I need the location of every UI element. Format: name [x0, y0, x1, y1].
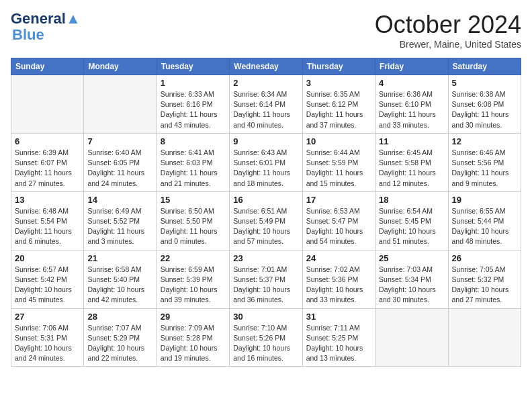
- day-number: 21: [87, 253, 152, 263]
- calendar-cell: 30Sunrise: 7:10 AMSunset: 5:26 PMDayligh…: [230, 308, 302, 367]
- day-info: Sunrise: 7:05 AMSunset: 5:32 PMDaylight:…: [452, 265, 517, 306]
- day-info: Sunrise: 7:06 AMSunset: 5:31 PMDaylight:…: [15, 323, 80, 364]
- calendar-cell: 11Sunrise: 6:45 AMSunset: 5:58 PMDayligh…: [375, 133, 448, 191]
- day-number: 3: [306, 78, 371, 88]
- day-info: Sunrise: 6:36 AMSunset: 6:10 PMDaylight:…: [379, 89, 444, 130]
- logo: General▲ Blue: [11, 11, 81, 43]
- calendar-cell: 17Sunrise: 6:53 AMSunset: 5:47 PMDayligh…: [302, 191, 375, 250]
- calendar-cell: 28Sunrise: 7:07 AMSunset: 5:29 PMDayligh…: [84, 308, 157, 367]
- weekday-header: Tuesday: [157, 58, 229, 75]
- day-number: 2: [233, 78, 298, 88]
- calendar-cell: [84, 75, 157, 134]
- day-number: 17: [306, 195, 371, 205]
- day-info: Sunrise: 6:48 AMSunset: 5:54 PMDaylight:…: [15, 206, 80, 247]
- calendar-cell: 8Sunrise: 6:41 AMSunset: 6:03 PMDaylight…: [157, 133, 229, 191]
- day-info: Sunrise: 6:38 AMSunset: 6:08 PMDaylight:…: [452, 89, 517, 130]
- day-info: Sunrise: 6:39 AMSunset: 6:07 PMDaylight:…: [15, 148, 80, 189]
- day-number: 13: [15, 195, 80, 205]
- calendar-cell: 5Sunrise: 6:38 AMSunset: 6:08 PMDaylight…: [448, 75, 521, 134]
- calendar-cell: 26Sunrise: 7:05 AMSunset: 5:32 PMDayligh…: [448, 250, 521, 308]
- calendar-cell: 27Sunrise: 7:06 AMSunset: 5:31 PMDayligh…: [11, 308, 84, 367]
- day-info: Sunrise: 6:46 AMSunset: 5:56 PMDaylight:…: [452, 148, 517, 189]
- day-info: Sunrise: 7:02 AMSunset: 5:36 PMDaylight:…: [306, 265, 371, 306]
- day-info: Sunrise: 7:03 AMSunset: 5:34 PMDaylight:…: [379, 265, 444, 306]
- calendar-cell: 22Sunrise: 6:59 AMSunset: 5:39 PMDayligh…: [157, 250, 229, 308]
- calendar-week-row: 27Sunrise: 7:06 AMSunset: 5:31 PMDayligh…: [11, 308, 521, 367]
- calendar-table: SundayMondayTuesdayWednesdayThursdayFrid…: [11, 58, 521, 367]
- calendar-cell: 2Sunrise: 6:34 AMSunset: 6:14 PMDaylight…: [230, 75, 302, 134]
- day-number: 30: [233, 312, 298, 322]
- day-info: Sunrise: 6:35 AMSunset: 6:12 PMDaylight:…: [306, 89, 371, 130]
- day-info: Sunrise: 6:57 AMSunset: 5:42 PMDaylight:…: [15, 265, 80, 306]
- calendar-cell: 23Sunrise: 7:01 AMSunset: 5:37 PMDayligh…: [230, 250, 302, 308]
- day-info: Sunrise: 6:43 AMSunset: 6:01 PMDaylight:…: [233, 148, 298, 189]
- calendar-cell: [448, 308, 521, 367]
- day-number: 22: [161, 253, 226, 263]
- day-info: Sunrise: 6:49 AMSunset: 5:52 PMDaylight:…: [87, 206, 152, 247]
- calendar-cell: 18Sunrise: 6:54 AMSunset: 5:45 PMDayligh…: [375, 191, 448, 250]
- calendar-cell: [375, 308, 448, 367]
- day-info: Sunrise: 7:01 AMSunset: 5:37 PMDaylight:…: [233, 265, 298, 306]
- day-number: 4: [379, 78, 444, 88]
- day-info: Sunrise: 6:55 AMSunset: 5:44 PMDaylight:…: [452, 206, 517, 247]
- weekday-header: Saturday: [448, 58, 521, 75]
- calendar-cell: 12Sunrise: 6:46 AMSunset: 5:56 PMDayligh…: [448, 133, 521, 191]
- day-number: 19: [452, 195, 517, 205]
- logo-text: General▲: [11, 11, 81, 27]
- day-info: Sunrise: 6:34 AMSunset: 6:14 PMDaylight:…: [233, 89, 298, 130]
- calendar-week-row: 6Sunrise: 6:39 AMSunset: 6:07 PMDaylight…: [11, 133, 521, 191]
- day-number: 24: [306, 253, 371, 263]
- day-info: Sunrise: 6:40 AMSunset: 6:05 PMDaylight:…: [87, 148, 152, 189]
- calendar-cell: 1Sunrise: 6:33 AMSunset: 6:16 PMDaylight…: [157, 75, 229, 134]
- weekday-header: Sunday: [11, 58, 84, 75]
- day-number: 31: [306, 312, 371, 322]
- day-number: 6: [15, 136, 80, 146]
- calendar-cell: 20Sunrise: 6:57 AMSunset: 5:42 PMDayligh…: [11, 250, 84, 308]
- day-number: 5: [452, 78, 517, 88]
- calendar-cell: [11, 75, 84, 134]
- day-number: 11: [379, 136, 444, 146]
- calendar-cell: 21Sunrise: 6:58 AMSunset: 5:40 PMDayligh…: [84, 250, 157, 308]
- day-info: Sunrise: 7:09 AMSunset: 5:28 PMDaylight:…: [161, 323, 226, 364]
- month-title: October 2024: [375, 11, 521, 39]
- day-number: 15: [161, 195, 226, 205]
- day-number: 20: [15, 253, 80, 263]
- calendar-cell: 7Sunrise: 6:40 AMSunset: 6:05 PMDaylight…: [84, 133, 157, 191]
- day-info: Sunrise: 6:41 AMSunset: 6:03 PMDaylight:…: [161, 148, 226, 189]
- calendar-cell: 9Sunrise: 6:43 AMSunset: 6:01 PMDaylight…: [230, 133, 302, 191]
- title-block: October 2024 Brewer, Maine, United State…: [375, 11, 521, 50]
- day-info: Sunrise: 6:53 AMSunset: 5:47 PMDaylight:…: [306, 206, 371, 247]
- day-number: 29: [161, 312, 226, 322]
- day-number: 28: [87, 312, 152, 322]
- day-info: Sunrise: 6:50 AMSunset: 5:50 PMDaylight:…: [161, 206, 226, 247]
- day-number: 27: [15, 312, 80, 322]
- calendar-week-row: 20Sunrise: 6:57 AMSunset: 5:42 PMDayligh…: [11, 250, 521, 308]
- day-number: 7: [87, 136, 152, 146]
- day-number: 18: [379, 195, 444, 205]
- calendar-cell: 10Sunrise: 6:44 AMSunset: 5:59 PMDayligh…: [302, 133, 375, 191]
- location: Brewer, Maine, United States: [375, 39, 521, 50]
- calendar-cell: 29Sunrise: 7:09 AMSunset: 5:28 PMDayligh…: [157, 308, 229, 367]
- day-info: Sunrise: 7:11 AMSunset: 5:25 PMDaylight:…: [306, 323, 371, 364]
- day-info: Sunrise: 6:54 AMSunset: 5:45 PMDaylight:…: [379, 206, 444, 247]
- calendar-cell: 16Sunrise: 6:51 AMSunset: 5:49 PMDayligh…: [230, 191, 302, 250]
- calendar-header-row: SundayMondayTuesdayWednesdayThursdayFrid…: [11, 58, 521, 75]
- calendar-cell: 24Sunrise: 7:02 AMSunset: 5:36 PMDayligh…: [302, 250, 375, 308]
- day-number: 12: [452, 136, 517, 146]
- day-info: Sunrise: 7:10 AMSunset: 5:26 PMDaylight:…: [233, 323, 298, 364]
- day-number: 26: [452, 253, 517, 263]
- weekday-header: Monday: [84, 58, 157, 75]
- day-info: Sunrise: 6:33 AMSunset: 6:16 PMDaylight:…: [161, 89, 226, 130]
- day-number: 8: [161, 136, 226, 146]
- calendar-cell: 6Sunrise: 6:39 AMSunset: 6:07 PMDaylight…: [11, 133, 84, 191]
- weekday-header: Wednesday: [230, 58, 302, 75]
- day-info: Sunrise: 6:59 AMSunset: 5:39 PMDaylight:…: [161, 265, 226, 306]
- day-number: 9: [233, 136, 298, 146]
- day-number: 14: [87, 195, 152, 205]
- logo-subtext: Blue: [12, 27, 44, 43]
- calendar-cell: 31Sunrise: 7:11 AMSunset: 5:25 PMDayligh…: [302, 308, 375, 367]
- weekday-header: Thursday: [302, 58, 375, 75]
- calendar-cell: 15Sunrise: 6:50 AMSunset: 5:50 PMDayligh…: [157, 191, 229, 250]
- page-header: General▲ Blue October 2024 Brewer, Maine…: [11, 11, 521, 50]
- day-number: 23: [233, 253, 298, 263]
